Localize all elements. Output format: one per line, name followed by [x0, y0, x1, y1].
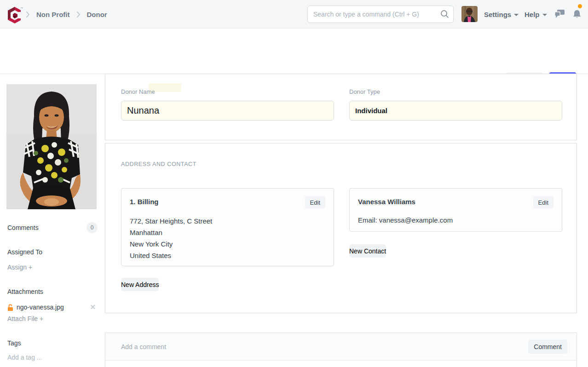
attachments-heading: Attachments	[7, 288, 98, 295]
unlock-icon	[7, 304, 13, 311]
global-search	[307, 6, 454, 23]
attach-file-button[interactable]: Attach File +	[7, 315, 98, 322]
page-head: Vanessa ramone@example.com Menu Save	[0, 29, 588, 74]
breadcrumb: Non Profit Donor	[26, 0, 107, 29]
contact-card: Vanessa Williams Edit Email: vanessa@exa…	[349, 188, 562, 232]
comments-label: Comments	[7, 224, 39, 231]
sidebar-comments-link[interactable]: Comments 0	[7, 224, 98, 231]
navbar: ™ Non Profit Donor	[0, 0, 588, 29]
form-sidebar: Comments 0 Assigned To Assign + Attachme…	[0, 74, 105, 367]
address-card: 1. Billing Edit 772, Star Heights, C Str…	[121, 188, 334, 266]
donor-form-page: ™ Non Profit Donor	[0, 0, 588, 367]
form-section-address-contact: ADDRESS AND CONTACT 1. Billing Edit 772,…	[105, 143, 577, 313]
comment-box: Comment	[105, 333, 577, 367]
address-line: Manhattan	[130, 227, 325, 238]
caret-down-icon	[514, 14, 519, 16]
donor-name-input[interactable]	[121, 101, 334, 120]
user-avatar-image	[461, 6, 478, 22]
search-icon	[440, 10, 449, 18]
svg-text:™: ™	[20, 7, 23, 10]
user-avatar[interactable]	[461, 6, 478, 22]
remove-attachment-icon[interactable]: ✕	[90, 304, 96, 310]
address-line: 772, Star Heights, C Street	[130, 215, 325, 227]
chevron-right-icon	[26, 11, 30, 18]
notification-dot	[578, 4, 582, 8]
address-line: New York City	[130, 238, 325, 250]
comment-submit-button[interactable]: Comment	[528, 340, 567, 354]
form-section-details: Donor Name Donor Type	[105, 74, 577, 140]
help-menu[interactable]: Help	[525, 0, 547, 29]
contact-card-title: Vanessa Williams	[358, 196, 415, 206]
chevron-right-icon	[76, 11, 81, 18]
caret-down-icon	[542, 14, 547, 16]
attachment-filename: ngo-vanessa.jpg	[17, 304, 64, 311]
chat-bubbles-icon	[554, 9, 565, 19]
search-input[interactable]	[307, 6, 454, 23]
address-lines: 772, Star Heights, C Street Manhattan Ne…	[130, 215, 325, 261]
comments-count-badge: 0	[86, 222, 98, 233]
edit-contact-button[interactable]: Edit	[533, 196, 553, 209]
contact-email-line: Email: vanessa@example.com	[358, 216, 553, 224]
assigned-to-heading: Assigned To	[7, 248, 98, 256]
add-tag-input[interactable]: Add a tag ...	[7, 354, 98, 361]
settings-menu[interactable]: Settings	[484, 0, 519, 29]
comment-input[interactable]	[105, 343, 528, 350]
chat-button[interactable]	[554, 0, 565, 29]
donor-type-label: Donor Type	[349, 88, 380, 95]
settings-label: Settings	[484, 11, 511, 18]
new-contact-button[interactable]: New Contact	[349, 244, 386, 258]
new-address-button[interactable]: New Address	[121, 278, 159, 291]
donor-photo[interactable]	[6, 84, 97, 209]
attachment-link[interactable]: ngo-vanessa.jpg	[7, 304, 98, 311]
edit-address-button[interactable]: Edit	[305, 196, 325, 209]
app-logo-icon[interactable]: ™	[8, 6, 23, 23]
attachment-row: ngo-vanessa.jpg ✕	[7, 304, 98, 311]
donor-type-input[interactable]	[349, 101, 562, 120]
bell-icon	[572, 9, 582, 19]
help-label: Help	[525, 11, 540, 18]
address-card-title: 1. Billing	[130, 196, 159, 206]
tags-heading: Tags	[7, 339, 98, 347]
donor-name-label: Donor Name	[121, 88, 155, 95]
address-line: United States	[130, 250, 325, 261]
notifications-button[interactable]	[572, 0, 582, 29]
breadcrumb-doctype[interactable]: Donor	[87, 11, 107, 18]
assign-button[interactable]: Assign +	[7, 264, 98, 271]
breadcrumb-module[interactable]: Non Profit	[36, 11, 70, 18]
address-contact-section-title: ADDRESS AND CONTACT	[121, 161, 196, 167]
comment-input-row: Comment	[105, 333, 576, 361]
